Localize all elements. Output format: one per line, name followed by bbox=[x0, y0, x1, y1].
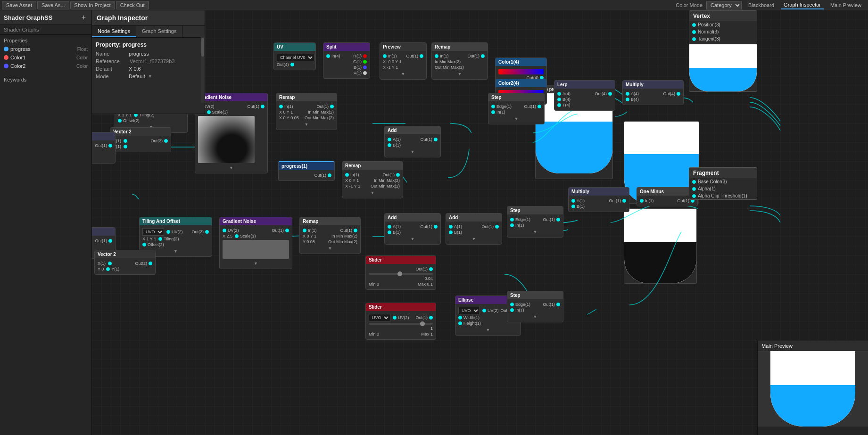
ellipse-uv-port[interactable] bbox=[482, 309, 486, 312]
v2b-x-port[interactable] bbox=[108, 262, 112, 265]
remap4-node[interactable]: Remap In(1) Out(1) X 0 Y 1 In Min Max(2)… bbox=[299, 217, 361, 254]
remap4-expand[interactable]: ▼ bbox=[303, 245, 357, 252]
tiling2-uv-port[interactable] bbox=[166, 230, 170, 234]
v2b-out-port[interactable] bbox=[149, 262, 152, 265]
step3-in-port[interactable] bbox=[510, 308, 514, 312]
add2-node[interactable]: Add A(1) Out(1) B(1) ▼ bbox=[384, 213, 441, 245]
fragment-base-color-port[interactable] bbox=[692, 180, 696, 184]
split-r-port[interactable] bbox=[363, 54, 367, 58]
step1-edge-port[interactable] bbox=[491, 105, 495, 108]
inspector-scrollbar[interactable] bbox=[201, 37, 205, 103]
step1-expand[interactable]: ▼ bbox=[491, 115, 541, 122]
remap4-out-port[interactable] bbox=[354, 229, 357, 232]
vector2b-node[interactable]: Vector 2 X(1) Out(2) Y 0 Y(1) bbox=[94, 250, 156, 275]
oneminus-in-port[interactable] bbox=[640, 199, 644, 203]
tiling2-offset-port[interactable] bbox=[142, 243, 146, 246]
grad1-expand[interactable]: ▼ bbox=[198, 164, 265, 171]
ellipse-uv-select[interactable]: UVO bbox=[458, 307, 480, 314]
preview-in1-port[interactable] bbox=[383, 54, 387, 58]
node-settings-tab[interactable]: Node Settings bbox=[92, 26, 136, 37]
tiling2-out-port[interactable] bbox=[205, 230, 209, 234]
add2-expand[interactable]: ▼ bbox=[388, 236, 438, 242]
fragment-alpha-port[interactable] bbox=[692, 187, 696, 191]
grad2-scale-port[interactable] bbox=[235, 234, 239, 238]
remap2-node[interactable]: Remap In(1) Out(1) X 0 Y 1 In Min Max(2)… bbox=[276, 93, 337, 130]
add3-b-port[interactable] bbox=[449, 230, 453, 234]
step2-node[interactable]: Step Edge(1) Out(1) In(1) ▼ bbox=[507, 206, 563, 238]
blackboard-tab[interactable]: Blackboard bbox=[745, 1, 777, 9]
add1-node[interactable]: Add A(1) Out(1) B(1) ▼ bbox=[384, 126, 441, 157]
step2-out-port[interactable] bbox=[556, 218, 560, 222]
uv-channel-select[interactable]: Channel UV0 bbox=[277, 54, 314, 61]
add1-a-port[interactable] bbox=[388, 138, 391, 141]
preview-expand[interactable]: ▼ bbox=[383, 71, 423, 77]
split-b-port[interactable] bbox=[363, 66, 367, 69]
slider1-track[interactable] bbox=[369, 273, 433, 275]
ellipse-expand[interactable]: ▼ bbox=[458, 327, 518, 333]
lerp-node[interactable]: Lerp A(4) Out(4) B(4) T(4) bbox=[554, 80, 615, 111]
remap1-out-port[interactable] bbox=[481, 54, 485, 58]
remap1-expand[interactable]: ▼ bbox=[435, 71, 485, 77]
add2-a-port[interactable] bbox=[388, 225, 391, 229]
mult-top-out-port[interactable] bbox=[677, 92, 680, 96]
vertex-tangent-port[interactable] bbox=[692, 37, 696, 41]
step3-node[interactable]: Step Edge(1) Out(1) In(1) ▼ bbox=[507, 291, 563, 322]
lerp-out-port[interactable] bbox=[608, 92, 612, 96]
remap2-out-port[interactable] bbox=[330, 105, 334, 108]
add3-a-port[interactable] bbox=[449, 225, 453, 229]
property-color1[interactable]: Color1 Color bbox=[0, 53, 91, 62]
preview-node[interactable]: Preview In(1) Out(1) X -0.0 Y 1 X -1 Y 1… bbox=[380, 42, 427, 80]
mult2-out-port[interactable] bbox=[108, 144, 112, 148]
v2b-y-port[interactable] bbox=[106, 267, 110, 271]
color-mode-select[interactable]: Category bbox=[706, 1, 742, 9]
grad1-out-port[interactable] bbox=[261, 105, 265, 108]
add1-expand[interactable]: ▼ bbox=[388, 148, 438, 155]
split-in-port[interactable] bbox=[326, 54, 330, 58]
main-preview-tab[interactable]: Main Preview bbox=[827, 1, 864, 9]
gradient2-node[interactable]: Gradient Noise UV(2) Out(1) X 2.5 Scale(… bbox=[219, 217, 292, 269]
remap2-expand[interactable]: ▼ bbox=[279, 121, 334, 128]
slider1-out-port[interactable] bbox=[429, 267, 433, 271]
mult4-a-port[interactable] bbox=[571, 199, 575, 203]
multiply2-node[interactable]: Multiply A(1) Out(1) X -1.1 B(1) ▼ bbox=[92, 132, 116, 164]
tiling2-tiling-port[interactable] bbox=[158, 237, 162, 241]
property-progress[interactable]: progress Float bbox=[0, 45, 91, 53]
progress-node[interactable]: progress(1) Out(1) bbox=[278, 161, 335, 181]
remap3-node[interactable]: Remap In(1) Out(1) X 0 Y 1 In Min Max(2)… bbox=[342, 161, 403, 198]
save-as-button[interactable]: Save As... bbox=[37, 1, 69, 9]
remap3-out-port[interactable] bbox=[396, 173, 400, 177]
grad1-scale-port[interactable] bbox=[207, 110, 211, 114]
vertex-normal-port[interactable] bbox=[692, 30, 696, 34]
vertex-position-port[interactable] bbox=[692, 23, 696, 27]
tiling1-offset-port[interactable] bbox=[118, 119, 122, 123]
add3-node[interactable]: Add A(1) Out(1) B(1) ▼ bbox=[446, 213, 502, 245]
ellipse-width-port[interactable] bbox=[458, 316, 462, 320]
lerp-a-port[interactable] bbox=[557, 92, 561, 96]
step2-expand[interactable]: ▼ bbox=[510, 229, 560, 235]
uv-out-port[interactable] bbox=[290, 63, 294, 66]
mult4-b-port[interactable] bbox=[571, 205, 575, 208]
slider2-out-port[interactable] bbox=[429, 316, 433, 320]
lerp-b-port[interactable] bbox=[557, 98, 561, 101]
step3-out-port[interactable] bbox=[556, 303, 560, 306]
step1-node[interactable]: Step Edge(1) Out(1) In(1) ▼ bbox=[488, 93, 545, 124]
slider1-node[interactable]: Slider Out(1) 0.04 Min 0 Max 0.1 bbox=[365, 255, 436, 290]
grad2-uv-port[interactable] bbox=[223, 229, 226, 232]
mult3-out-port[interactable] bbox=[108, 239, 112, 243]
mult-top-a-port[interactable] bbox=[626, 92, 629, 96]
remap3-in-port[interactable] bbox=[345, 173, 349, 177]
add3-out-port[interactable] bbox=[495, 225, 499, 229]
add2-b-port[interactable] bbox=[388, 230, 391, 234]
slider2-track[interactable] bbox=[369, 323, 433, 325]
tiling2-uv-select[interactable]: UVO bbox=[142, 228, 164, 236]
remap4-in-port[interactable] bbox=[303, 229, 306, 232]
save-asset-button[interactable]: Save Asset bbox=[2, 1, 36, 9]
vector2a-node[interactable]: Vector 2 X(1) Out(2) Y(1) bbox=[110, 127, 171, 152]
graph-inspector-tab[interactable]: Graph Inspector bbox=[781, 1, 824, 9]
mult2-expand[interactable]: ▼ bbox=[92, 155, 112, 161]
step3-edge-port[interactable] bbox=[510, 303, 514, 306]
slider2-node[interactable]: Slider UVO UV(2) Out(1) 1 Min 0 Max 1 bbox=[365, 303, 436, 340]
main-canvas[interactable]: UV Channel UV0 Out(4) Split In(4) R(1) G… bbox=[92, 10, 868, 435]
multiply4-node[interactable]: Multiply A(1) Out(1) B(1) bbox=[568, 187, 629, 212]
check-out-button[interactable]: Check Out bbox=[116, 1, 149, 9]
